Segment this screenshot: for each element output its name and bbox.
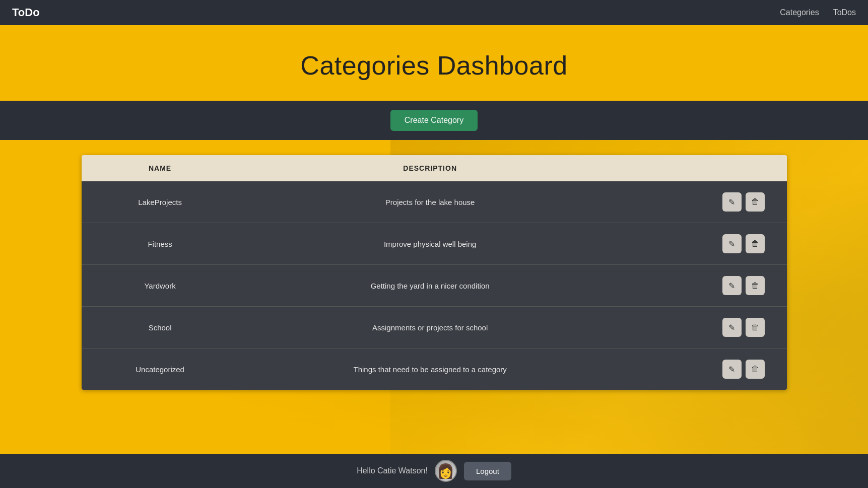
navbar: ToDo Categories ToDos (0, 0, 868, 25)
cell-description: Things that need to be assigned to a cat… (239, 348, 622, 390)
table-row: YardworkGetting the yard in a nicer cond… (82, 265, 787, 307)
edit-icon: ✎ (728, 197, 735, 207)
app-brand[interactable]: ToDo (12, 6, 40, 19)
footer-greeting: Hello Catie Watson! (357, 466, 428, 475)
delete-button[interactable]: 🗑 (746, 360, 765, 379)
page-title: Categories Dashboard (0, 50, 868, 81)
delete-button[interactable]: 🗑 (746, 276, 765, 295)
greeting-suffix: ! (426, 466, 428, 475)
delete-icon: 🗑 (751, 239, 759, 248)
table-row: LakeProjectsProjects for the lake house✎… (82, 181, 787, 223)
delete-icon: 🗑 (751, 281, 759, 290)
create-category-button[interactable]: Create Category (390, 110, 478, 131)
delete-icon: 🗑 (751, 365, 759, 374)
nav-todos[interactable]: ToDos (833, 8, 856, 17)
table-row: SchoolAssignments or projects for school… (82, 307, 787, 348)
logout-button[interactable]: Logout (464, 462, 511, 480)
edit-icon: ✎ (728, 365, 735, 374)
greeting-prefix: Hello (357, 466, 377, 475)
table-header: NAME DESCRIPTION (82, 155, 787, 181)
cell-actions: ✎🗑 (622, 223, 787, 265)
cell-actions: ✎🗑 (622, 348, 787, 390)
col-header-name: NAME (82, 155, 239, 181)
cell-description: Projects for the lake house (239, 181, 622, 223)
edit-icon: ✎ (728, 239, 735, 249)
delete-icon: 🗑 (751, 197, 759, 206)
edit-icon: ✎ (728, 281, 735, 291)
navbar-links: Categories ToDos (780, 8, 856, 17)
delete-button[interactable]: 🗑 (746, 192, 765, 212)
greeting-username: Catie Watson (377, 466, 425, 475)
cell-name: Uncategorized (82, 348, 239, 390)
delete-icon: 🗑 (751, 323, 759, 332)
nav-categories[interactable]: Categories (780, 8, 819, 17)
categories-table: NAME DESCRIPTION LakeProjectsProjects fo… (82, 155, 787, 390)
table-body: LakeProjectsProjects for the lake house✎… (82, 181, 787, 390)
cell-name: Yardwork (82, 265, 239, 307)
edit-button[interactable]: ✎ (722, 192, 742, 212)
table-row: FitnessImprove physical well being✎🗑 (82, 223, 787, 265)
cell-actions: ✎🗑 (622, 265, 787, 307)
hero-section: Categories Dashboard (0, 25, 868, 101)
cell-name: School (82, 307, 239, 348)
edit-icon: ✎ (728, 323, 735, 332)
delete-button[interactable]: 🗑 (746, 318, 765, 337)
footer: Hello Catie Watson! 👩 Logout (0, 454, 868, 488)
delete-button[interactable]: 🗑 (746, 234, 765, 253)
edit-button[interactable]: ✎ (722, 360, 742, 379)
edit-button[interactable]: ✎ (722, 276, 742, 295)
edit-button[interactable]: ✎ (722, 234, 742, 253)
categories-table-container: NAME DESCRIPTION LakeProjectsProjects fo… (82, 155, 787, 390)
cell-actions: ✎🗑 (622, 181, 787, 223)
avatar-icon: 👩 (437, 463, 454, 479)
col-header-description: DESCRIPTION (239, 155, 622, 181)
cell-description: Getting the yard in a nicer condition (239, 265, 622, 307)
cell-description: Assignments or projects for school (239, 307, 622, 348)
cell-name: LakeProjects (82, 181, 239, 223)
col-header-actions (622, 155, 787, 181)
table-row: UncategorizedThings that need to be assi… (82, 348, 787, 390)
edit-button[interactable]: ✎ (722, 318, 742, 337)
main-content: NAME DESCRIPTION LakeProjectsProjects fo… (0, 140, 868, 488)
cell-actions: ✎🗑 (622, 307, 787, 348)
action-bar: Create Category (0, 101, 868, 140)
cell-name: Fitness (82, 223, 239, 265)
avatar: 👩 (435, 460, 457, 482)
cell-description: Improve physical well being (239, 223, 622, 265)
